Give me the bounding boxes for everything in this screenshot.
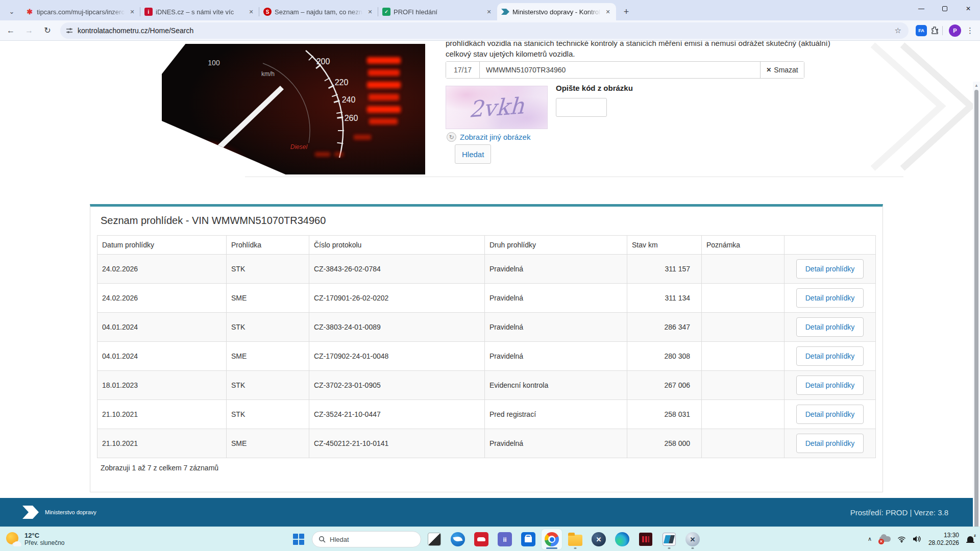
edge-icon[interactable]: [612, 529, 632, 549]
refresh-icon[interactable]: ↻: [447, 132, 456, 142]
results-title: Seznam prohlídek - VIN WMWMN51070TR34960: [101, 215, 876, 227]
bookmark-star-icon[interactable]: ☆: [895, 26, 901, 35]
taskbar-search-box[interactable]: Hledat: [312, 531, 421, 547]
back-button[interactable]: ←: [3, 23, 18, 38]
thunderbird-icon[interactable]: [448, 529, 468, 549]
detail-button[interactable]: Detail prohlídky: [796, 317, 864, 337]
vin-input[interactable]: [480, 62, 760, 78]
close-icon[interactable]: ✕: [128, 8, 136, 16]
refresh-captcha-link[interactable]: Zobrazit jiný obrázek: [460, 133, 530, 141]
cell-protocol: CZ-450212-21-10-0141: [309, 429, 485, 458]
clear-button[interactable]: ✕ Smazat: [760, 62, 804, 78]
notification-bell-icon[interactable]: z: [966, 535, 975, 544]
cell-type: STK: [227, 255, 309, 283]
inspection-table: Datum prohlídky Prohlídka Číslo protokol…: [97, 235, 876, 458]
tab-tipcars[interactable]: ✱ tipcars.com/muj-tipcars/inzerce ✕: [21, 3, 140, 20]
taskbar-clock[interactable]: 13:30 28.02.2026: [928, 532, 959, 547]
fa-extension-badge[interactable]: FA: [916, 25, 927, 36]
microsoft-store-icon[interactable]: [518, 529, 538, 549]
maximize-button[interactable]: [933, 0, 957, 17]
cell-date: 24.02.2026: [97, 284, 227, 312]
game-app-icon[interactable]: [635, 529, 656, 549]
detail-button[interactable]: Detail prohlídky: [796, 405, 864, 424]
table-row: 18.01.2023STKCZ-3702-23-01-0905Evidencní…: [97, 371, 876, 400]
scrollbar-thumb[interactable]: [974, 90, 978, 527]
cell-actions: Detail prohlídky: [785, 342, 875, 370]
detail-button[interactable]: Detail prohlídky: [796, 288, 864, 308]
search-button[interactable]: Hledat: [455, 144, 491, 164]
profile-avatar[interactable]: P: [949, 24, 961, 37]
page-scrollbar[interactable]: ▲ ▼: [973, 82, 980, 527]
scrollbar-up-icon[interactable]: ▲: [973, 82, 980, 89]
tab-title: iDNES.cz – s námi víte víc: [156, 8, 244, 16]
teams-icon[interactable]: ii: [495, 529, 515, 549]
captcha-input[interactable]: [556, 98, 607, 117]
intro-text: prohlídkách vozidla na stanicích technic…: [446, 41, 834, 59]
tray-overflow-icon[interactable]: ∧: [868, 536, 872, 542]
speedo-100-label: 100: [208, 59, 220, 67]
address-bar[interactable]: kontrolatachometru.cz/Home/Search ☆: [60, 22, 909, 39]
extensions-puzzle-icon[interactable]: [930, 26, 939, 35]
detail-button[interactable]: Detail prohlídky: [796, 259, 864, 279]
detail-button[interactable]: Detail prohlídky: [796, 434, 864, 453]
tab-profi[interactable]: ✓ PROFI hledání ✕: [378, 3, 497, 20]
start-button[interactable]: [288, 529, 309, 549]
tab-search-icon[interactable]: ⌄: [4, 4, 19, 18]
cell-actions: Detail prohlídky: [785, 371, 875, 399]
close-icon[interactable]: ✕: [485, 8, 493, 16]
close-icon[interactable]: ✕: [604, 8, 612, 16]
close-icon[interactable]: ✕: [366, 8, 374, 16]
taskbar-search-placeholder: Hledat: [330, 536, 349, 543]
browser-menu-icon[interactable]: ⋮: [966, 26, 974, 35]
cell-note: [702, 371, 785, 399]
minimize-button[interactable]: —: [910, 0, 933, 17]
forward-button[interactable]: →: [21, 23, 37, 38]
tab-ministerstvo-active[interactable]: Ministerstvo dopravy - Kontrola ✕: [497, 3, 616, 20]
cell-kind: Evidencní kontrola: [485, 371, 627, 399]
detail-button[interactable]: Detail prohlídky: [796, 346, 864, 366]
close-window-button[interactable]: ✕: [957, 0, 980, 17]
onedrive-error-icon[interactable]: ✕: [878, 535, 891, 543]
weather-sun-icon: [6, 532, 20, 546]
tipcars-favicon: ✱: [26, 8, 34, 16]
browser-tab-bar: ⌄ ✱ tipcars.com/muj-tipcars/inzerce ✕ i …: [0, 0, 980, 20]
cell-note: [702, 255, 785, 283]
toolbar-separator: [942, 26, 943, 35]
cell-km: 258 000: [627, 429, 702, 458]
x-sphere-app-icon[interactable]: ✕: [589, 529, 609, 549]
x-sphere-app2-icon[interactable]: ✕: [682, 529, 703, 549]
cell-km: 311 157: [627, 255, 702, 283]
photos-app-icon[interactable]: [424, 529, 445, 549]
captcha-label: Opište kód z obrázku: [556, 84, 633, 92]
car-app-icon[interactable]: [471, 529, 492, 549]
inspection-table-body: 24.02.2026STKCZ-3843-26-02-0784Pravideln…: [97, 255, 876, 458]
captcha-image: 2vkh: [446, 86, 548, 129]
col-header-protocol: Číslo protokolu: [309, 236, 485, 254]
taskbar-center: Hledat ii ✕ ✕: [288, 527, 703, 551]
url-text[interactable]: kontrolatachometru.cz/Home/Search: [78, 27, 895, 35]
table-row: 24.02.2026SMECZ-170901-26-02-0202Pravide…: [97, 284, 876, 313]
speedo-240-label: 240: [342, 95, 356, 104]
tab-seznam[interactable]: S Seznam – najdu tam, co nezná ✕: [259, 3, 378, 20]
cell-date: 24.02.2026: [97, 255, 227, 283]
wifi-icon[interactable]: [897, 535, 906, 543]
ministry-logo-icon: [21, 505, 40, 520]
detail-button[interactable]: Detail prohlídky: [796, 375, 864, 395]
taskbar-weather-widget[interactable]: 12°C Přev. slunečno: [6, 532, 65, 546]
cell-date: 04.01.2024: [97, 342, 227, 370]
reload-button[interactable]: ↻: [40, 23, 55, 38]
site-settings-icon[interactable]: [65, 27, 74, 35]
windows-logo-icon: [293, 534, 304, 545]
cell-protocol: CZ-170901-26-02-0202: [309, 284, 485, 312]
chrome-icon[interactable]: [542, 529, 562, 549]
file-explorer-icon[interactable]: [565, 529, 585, 549]
close-icon[interactable]: ✕: [247, 8, 255, 16]
volume-icon[interactable]: [913, 535, 922, 543]
clear-label: Smazat: [774, 66, 798, 74]
new-tab-button[interactable]: +: [619, 5, 633, 19]
cell-type: STK: [227, 313, 309, 341]
table-row: 24.02.2026STKCZ-3843-26-02-0784Pravideln…: [97, 255, 876, 284]
tab-idnes[interactable]: i iDNES.cz – s námi víte víc ✕: [140, 3, 259, 20]
cell-protocol: CZ-3702-23-01-0905: [309, 371, 485, 399]
package-app-icon[interactable]: [659, 529, 679, 549]
